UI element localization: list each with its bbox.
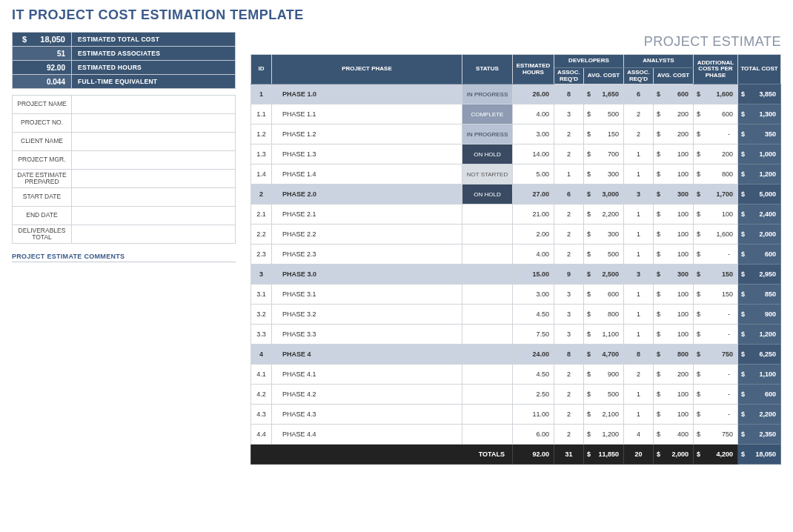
row-status[interactable] bbox=[462, 385, 512, 405]
row-id: 4.2 bbox=[251, 385, 272, 405]
row-dev-assoc: 2 bbox=[554, 385, 583, 405]
row-dev-assoc: 3 bbox=[554, 325, 583, 345]
page-title: IT PROJECT COST ESTIMATION TEMPLATE bbox=[12, 7, 781, 23]
totals-row: TOTALS 92.00 31 $11,850 20 $2,000 $4,200… bbox=[251, 445, 781, 465]
meta-project-name-label: PROJECT NAME bbox=[13, 96, 72, 114]
row-status[interactable] bbox=[462, 205, 512, 225]
row-an-cost: 100 bbox=[663, 325, 693, 345]
row-status[interactable] bbox=[462, 425, 512, 445]
row-status[interactable]: ON HOLD bbox=[462, 184, 512, 205]
row-hours: 11.00 bbox=[512, 405, 554, 425]
row-add: 150 bbox=[703, 265, 737, 285]
row-an-assoc: 1 bbox=[623, 385, 653, 405]
row-status[interactable] bbox=[462, 345, 512, 365]
row-an-cost: 100 bbox=[663, 405, 693, 425]
row-an-assoc: 1 bbox=[623, 164, 653, 184]
totals-dev-assoc: 31 bbox=[554, 445, 583, 465]
row-phase: PHASE 1.4 bbox=[272, 164, 462, 184]
table-row[interactable]: 2PHASE 2.0ON HOLD27.006$3,0003$300$1,700… bbox=[251, 184, 781, 205]
row-total: 5,000 bbox=[748, 184, 780, 205]
meta-deliv-total-value[interactable] bbox=[72, 225, 236, 244]
table-row[interactable]: 3.1PHASE 3.13.003$6001$100$150$850 bbox=[251, 285, 781, 305]
table-row[interactable]: 1.3PHASE 1.3ON HOLD14.002$7001$100$200$1… bbox=[251, 144, 781, 164]
summary-assoc-label: ESTIMATED ASSOCIATES bbox=[72, 47, 236, 61]
meta-end-date-value[interactable] bbox=[72, 207, 236, 225]
table-row[interactable]: 2.1PHASE 2.121.002$2,2001$100$100$2,400 bbox=[251, 205, 781, 225]
table-row[interactable]: 4.2PHASE 4.22.502$5001$100$-$600 bbox=[251, 385, 781, 405]
row-id: 4.1 bbox=[251, 365, 272, 385]
row-status[interactable]: IN PROGRESS bbox=[462, 84, 512, 104]
row-dev-cost: 900 bbox=[594, 365, 623, 385]
row-phase: PHASE 2.2 bbox=[272, 225, 462, 245]
meta-deliv-total-label: DELIVERABLES TOTAL bbox=[13, 225, 72, 244]
row-status[interactable]: ON HOLD bbox=[462, 144, 512, 164]
table-row[interactable]: 4.1PHASE 4.14.502$9002$200$-$1,100 bbox=[251, 365, 781, 385]
row-dev-cost: 2,200 bbox=[594, 205, 623, 225]
meta-project-name-value[interactable] bbox=[72, 96, 236, 114]
row-status[interactable] bbox=[462, 245, 512, 265]
row-phase: PHASE 2.0 bbox=[272, 184, 462, 205]
row-an-cost: 800 bbox=[663, 345, 693, 365]
row-phase: PHASE 4.2 bbox=[272, 385, 462, 405]
row-hours: 7.50 bbox=[512, 325, 554, 345]
table-row[interactable]: 2.3PHASE 2.34.002$5001$100$-$600 bbox=[251, 245, 781, 265]
totals-add: 4,200 bbox=[703, 445, 737, 465]
row-add: - bbox=[703, 405, 737, 425]
table-row[interactable]: 1PHASE 1.0IN PROGRESS26.008$1,6506$600$1… bbox=[251, 84, 781, 104]
row-status[interactable] bbox=[462, 225, 512, 245]
row-status[interactable]: IN PROGRESS bbox=[462, 124, 512, 144]
row-status[interactable] bbox=[462, 285, 512, 305]
row-add: 200 bbox=[703, 144, 737, 164]
row-an-assoc: 6 bbox=[623, 84, 653, 104]
row-total: 1,200 bbox=[748, 164, 780, 184]
meta-project-mgr-value[interactable] bbox=[72, 151, 236, 170]
row-status[interactable] bbox=[462, 365, 512, 385]
row-dev-assoc: 9 bbox=[554, 265, 583, 285]
row-total: 6,250 bbox=[748, 345, 780, 365]
row-an-assoc: 1 bbox=[623, 325, 653, 345]
table-row[interactable]: 3.2PHASE 3.24.503$8001$100$-$900 bbox=[251, 305, 781, 325]
table-row[interactable]: 1.2PHASE 1.2IN PROGRESS3.002$1502$200$-$… bbox=[251, 124, 781, 144]
table-row[interactable]: 4.4PHASE 4.46.002$1,2004$400$750$2,350 bbox=[251, 425, 781, 445]
row-add: 1,600 bbox=[703, 84, 737, 104]
row-status[interactable] bbox=[462, 265, 512, 285]
row-id: 4 bbox=[251, 345, 272, 365]
table-row[interactable]: 4.3PHASE 4.311.002$2,1001$100$-$2,200 bbox=[251, 405, 781, 425]
meta-client-name-value[interactable] bbox=[72, 133, 236, 151]
row-id: 1.3 bbox=[251, 144, 272, 164]
row-an-assoc: 1 bbox=[623, 205, 653, 225]
row-status[interactable] bbox=[462, 305, 512, 325]
table-row[interactable]: 4PHASE 424.008$4,7008$800$750$6,250 bbox=[251, 345, 781, 365]
row-add: - bbox=[703, 365, 737, 385]
row-dev-assoc: 2 bbox=[554, 425, 583, 445]
row-status[interactable] bbox=[462, 405, 512, 425]
row-add: 100 bbox=[703, 205, 737, 225]
row-dev-assoc: 2 bbox=[554, 365, 583, 385]
table-row[interactable]: 1.1PHASE 1.1COMPLETE4.003$5002$200$600$1… bbox=[251, 104, 781, 124]
row-total: 2,400 bbox=[748, 205, 780, 225]
meta-project-no-value[interactable] bbox=[72, 114, 236, 133]
row-status[interactable] bbox=[462, 325, 512, 345]
row-status[interactable]: NOT STARTED bbox=[462, 164, 512, 184]
table-row[interactable]: 2.2PHASE 2.22.002$3001$100$1,600$2,000 bbox=[251, 225, 781, 245]
meta-start-date-value[interactable] bbox=[72, 188, 236, 207]
row-phase: PHASE 1.0 bbox=[272, 84, 462, 104]
row-phase: PHASE 1.1 bbox=[272, 104, 462, 124]
row-an-cost: 200 bbox=[663, 124, 693, 144]
row-hours: 24.00 bbox=[512, 345, 554, 365]
table-row[interactable]: 3.3PHASE 3.37.503$1,1001$100$-$1,200 bbox=[251, 325, 781, 345]
row-total: 900 bbox=[748, 305, 780, 325]
row-add: 750 bbox=[703, 345, 737, 365]
row-hours: 27.00 bbox=[512, 184, 554, 205]
meta-date-est-value[interactable] bbox=[72, 170, 236, 188]
row-id: 4.3 bbox=[251, 405, 272, 425]
row-dev-assoc: 2 bbox=[554, 245, 583, 265]
row-an-assoc: 3 bbox=[623, 265, 653, 285]
row-status[interactable]: COMPLETE bbox=[462, 104, 512, 124]
row-dev-assoc: 8 bbox=[554, 345, 583, 365]
table-row[interactable]: 3PHASE 3.015.009$2,5003$300$150$2,950 bbox=[251, 265, 781, 285]
row-dev-cost: 1,100 bbox=[594, 325, 623, 345]
row-id: 3.1 bbox=[251, 285, 272, 305]
table-row[interactable]: 1.4PHASE 1.4NOT STARTED5.001$3001$100$80… bbox=[251, 164, 781, 184]
row-id: 1.2 bbox=[251, 124, 272, 144]
